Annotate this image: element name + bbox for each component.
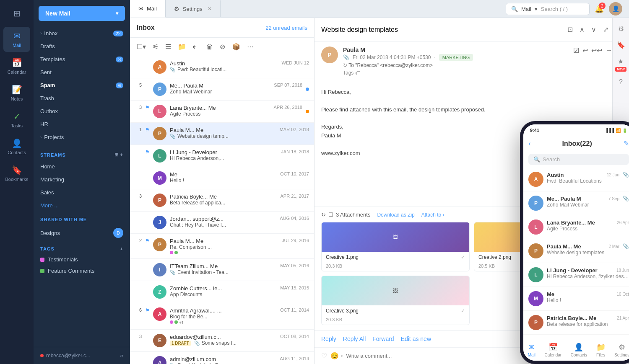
email-list-item-9[interactable]: 2 ⚑ P Paula M... Me Re. Comparison ... J… [130,234,314,259]
email-list-item-5[interactable]: ⚑ L Li Jung - Developer Hi Rebecca Ander… [130,145,314,167]
edit-as-new-button[interactable]: Edit as new [401,336,431,342]
sidebar-item-templates[interactable]: Templates 3 [34,53,130,66]
mark-read-button[interactable]: ☑ [573,46,579,54]
reply-quick-button[interactable]: ↩ [582,46,588,54]
email-list-item-14[interactable]: ⚑ A admin@zillum.com 📎Event Updated - De… [130,352,314,364]
tag-button[interactable]: 🏷 [191,41,201,52]
tag-item-feature-comments[interactable]: Feature Comments [34,265,130,276]
minimize-button[interactable]: ⊡ [566,24,574,35]
phone-nav-files[interactable]: 📁 Files [596,343,606,357]
sidebar-item-inbox[interactable]: › Inbox 22 [34,27,130,40]
sidebar-item-home[interactable]: Home [34,160,130,173]
download-zip-link[interactable]: Download as Zip [377,212,414,218]
sidebar-item-drafts[interactable]: Drafts [34,40,130,53]
help-icon[interactable]: ? [617,77,624,88]
sidebar-item-calendar[interactable]: 📅 Calendar [3,54,30,79]
block-button[interactable]: ⊘ [218,41,227,52]
new-mail-button[interactable]: New Mail ▾ [39,6,125,21]
folder-button[interactable]: 📁 [176,41,188,52]
sidebar-item-spam[interactable]: Spam 6 [34,79,130,92]
phone-email-item-8[interactable]: J Jordan... support@zylker 4 Aug Chat: H… [523,335,629,339]
notification-button[interactable]: 🔔 2 [595,4,604,13]
email-list-item-4[interactable]: 1 ⚑ P Paula M... Me 📎Website design temp… [130,123,314,145]
sidebar-item-trash[interactable]: Trash [34,92,130,105]
prev-email-button[interactable]: ∧ [578,24,586,35]
sidebar-item-designs[interactable]: Designs D [34,225,130,241]
email-list-item-1[interactable]: ⚑ A Austin 📎Fwd: Beautiful locati... WED… [130,56,314,78]
sidebar-item-notes[interactable]: 📝 Notes [3,80,30,106]
tab-settings[interactable]: ⚙ Settings ✕ [166,0,221,17]
phone-email-item-4[interactable]: P Paula M... Me 2 Mar Website design tem… [523,239,629,263]
email-list-item-13[interactable]: 3 ⚑ E eduardov@zillum.c... 1 DRAFT📎Some … [130,330,314,352]
email-list-item-3[interactable]: 3 ⚑ L Lana Bryante... Me Agile Process A… [130,101,314,123]
phone-email-item-3[interactable]: L Lana Bryante... Me 26 Apr Agile Proces… [523,215,629,239]
phone-email-item-7[interactable]: P Patricia Boyle... Me 21 Apr Beta relea… [523,311,629,335]
sidebar-item-tasks[interactable]: ✓ Tasks [3,107,30,132]
sidebar-item-projects[interactable]: › Projects [34,131,130,144]
sidebar-item-more[interactable]: More ... [34,199,130,212]
filter-button[interactable]: ⚟ [151,41,160,52]
attach-to-link[interactable]: Attach to › [421,212,444,218]
sidebar-item-outbox[interactable]: Outbox [34,105,130,118]
attachment-item-1[interactable]: 🖼 Creative 1.png ✓ 20.3 KB [321,222,470,271]
phone-email-item-5[interactable]: L Li Jung - Developer 18 Jun Hi Rebecca … [523,263,629,287]
sidebar-item-hr[interactable]: HR [34,118,130,131]
forward-button[interactable]: Forward [372,336,394,342]
phone-email-item-1[interactable]: A Austin 12 Jun Fwd: Beautiful Locations… [523,168,629,191]
bookmark-panel-icon[interactable]: 🔖 [615,39,627,51]
email-list-item-6[interactable]: ⚑ M Me Hello ! OCT 10, 2017 [130,167,314,189]
add-tag-icon[interactable]: 🏷 [355,70,360,76]
checkbox-select-all[interactable]: ☐▾ [135,41,148,52]
sidebar-item-contacts[interactable]: 👤 Contacts [3,134,30,159]
collapse-sidebar-button[interactable]: « [120,352,123,359]
delete-button[interactable]: 🗑 [205,41,215,52]
phone-email-item-2[interactable]: P Me... Paula M 7 Sep Zoho Mail Webinar … [523,191,629,215]
phone-email-item-6[interactable]: M Me 10 Oct Hello ! [523,287,629,311]
tag-item-testimonials[interactable]: Testimonials [34,254,130,265]
sort-button[interactable]: ☰ [164,41,173,52]
expand-button[interactable]: ⤢ [601,24,610,35]
email-list-item-2[interactable]: 5 ⚑ P Me... Paula M Zoho Mail Webinar SE… [130,78,314,101]
gear-settings-icon[interactable]: ⚙ [616,23,626,34]
phone-back-button[interactable]: ‹ [528,140,530,147]
streams-add-icon[interactable]: + [120,152,123,157]
phone-compose-button[interactable]: ✎ [624,139,629,147]
flag-icon: ⚑ [145,356,150,362]
reply-button[interactable]: Reply [321,336,336,342]
sidebar-item-sales[interactable]: Sales [34,186,130,199]
email-list-item-8[interactable]: ⚑ J Jordan... support@z... Chat : Hey Pa… [130,212,314,234]
search-input[interactable]: Search ( / ) [541,6,568,12]
phone-nav-settings[interactable]: ⚙ Settings [614,343,629,357]
sidebar-item-mail[interactable]: ✉ Mail [3,27,30,52]
user-avatar[interactable]: 👤 [609,2,622,15]
sidebar-item-bookmarks[interactable]: 🔖 Bookmarks [3,161,30,186]
user-account[interactable]: rebecca@zylker.c... « [34,347,130,364]
close-tab-icon[interactable]: ✕ [208,6,212,12]
feature-comments-label: Feature Comments [48,268,94,274]
tags-add-icon[interactable]: + [120,246,123,251]
phone-search-bar[interactable]: 🔍 Search [528,154,629,165]
email-list-item-12[interactable]: 6 ⚑ A Amritha Agrawal.... ... Blog for t… [130,303,314,330]
star-icon[interactable]: ★ [616,56,625,67]
sidebar-item-sent[interactable]: Sent [34,66,130,79]
archive-button[interactable]: 📦 [230,41,242,52]
email-list-item-11[interactable]: ⚑ Z Zombie Cutters... le... App Discount… [130,281,314,303]
phone-nav-mail[interactable]: ✉ Mail [528,343,535,357]
tab-mail[interactable]: ✉ Mail [130,0,166,18]
reply-all-quick-button[interactable]: ↩↩ [591,46,602,54]
email-date: MAY 15, 2015 [280,285,309,290]
reply-all-button[interactable]: Reply All [343,336,366,342]
streams-edit-icon[interactable]: ⊞ [114,152,119,157]
email-list-item-10[interactable]: ⚑ I ITTeam Zillum... Me 📎Event Invitatio… [130,259,314,281]
phone-nav-contacts[interactable]: 👤 Contacts [571,343,587,357]
email-list-item-7[interactable]: 3 ⚑ P Patricia Boyle... Me Beta release … [130,189,314,212]
more-actions-button[interactable]: ⋯ [245,41,255,52]
next-email-button[interactable]: ∨ [590,24,598,35]
search-scope-dropdown[interactable]: ▾ [535,6,538,12]
forward-quick-button[interactable]: → [606,46,612,54]
search-bar[interactable]: 🔍 Mail ▾ Search ( / ) [506,3,590,15]
attachment-item-3[interactable]: 🖼 Creative 3.png ✓ 20.3 KB [321,276,470,325]
phone-nav-calendar[interactable]: 📅 Calendar [545,343,562,357]
sidebar-item-marketing[interactable]: Marketing [34,173,130,186]
grid-menu-icon[interactable]: ⊞ [10,5,24,22]
